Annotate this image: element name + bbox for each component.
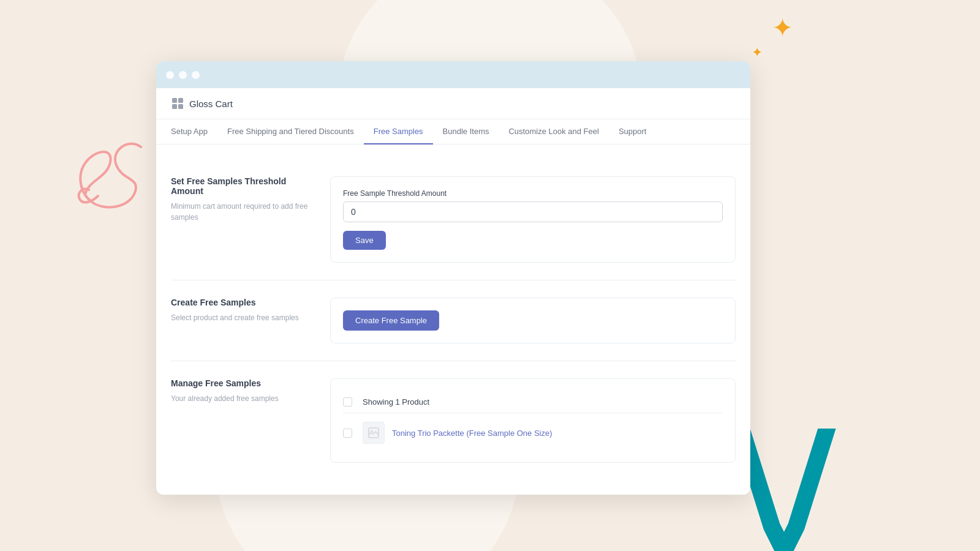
save-button[interactable]: Save [343, 231, 386, 250]
svg-rect-0 [172, 98, 177, 103]
tab-bundles[interactable]: Bundle Items [433, 119, 499, 144]
tab-customize[interactable]: Customize Look and Feel [499, 119, 608, 144]
tab-support[interactable]: Support [609, 119, 657, 144]
threshold-field-label: Free Sample Threshold Amount [343, 189, 723, 198]
titlebar-dot-1 [166, 71, 174, 79]
manage-desc: Your already added free samples [171, 393, 315, 404]
sparkle-large-icon: ✦ [772, 15, 793, 41]
svg-rect-2 [172, 104, 177, 109]
samples-table: Showing 1 Product [343, 391, 723, 450]
titlebar-dot-3 [192, 71, 200, 79]
browser-window: Gloss Cart Setup App Free Shipping and T… [156, 61, 750, 495]
create-samples-section: Create Free Samples Select product and c… [171, 280, 736, 361]
threshold-title: Set Free Samples Threshold Amount [171, 176, 315, 196]
create-free-sample-button[interactable]: Create Free Sample [343, 310, 439, 331]
header-checkbox-area [343, 397, 363, 407]
nav-tabs: Setup App Free Shipping and Tiered Disco… [156, 119, 750, 144]
create-section-left: Create Free Samples Select product and c… [171, 298, 330, 343]
titlebar-dot-2 [179, 71, 187, 79]
threshold-section: Set Free Samples Threshold Amount Minimu… [171, 159, 736, 280]
manage-section-left: Manage Free Samples Your already added f… [171, 378, 330, 463]
product-checkbox[interactable] [343, 429, 352, 438]
create-desc: Select product and create free samples [171, 312, 315, 323]
app-title: Gloss Cart [189, 99, 233, 109]
create-title: Create Free Samples [171, 298, 315, 307]
app-header: Gloss Cart [156, 88, 750, 119]
manage-title: Manage Free Samples [171, 378, 315, 388]
main-content: Set Free Samples Threshold Amount Minimu… [156, 144, 750, 495]
threshold-desc: Minimum cart amount required to add free… [171, 201, 315, 223]
manage-samples-section: Manage Free Samples Your already added f… [171, 361, 736, 480]
threshold-section-right: Free Sample Threshold Amount Save [330, 176, 736, 263]
squiggle-decoration [61, 135, 153, 214]
browser-titlebar [156, 61, 750, 88]
product-name-link[interactable]: Toning Trio Packette (Free Sample One Si… [392, 429, 552, 438]
tab-shipping[interactable]: Free Shipping and Tiered Discounts [217, 119, 364, 144]
manage-section-right: Showing 1 Product [330, 378, 736, 463]
sparkle-small-icon: ✦ [752, 46, 763, 59]
row-checkbox-area [343, 429, 363, 438]
tab-setup[interactable]: Setup App [171, 119, 217, 144]
svg-rect-3 [178, 104, 183, 109]
samples-header-row: Showing 1 Product [343, 391, 723, 413]
threshold-input[interactable] [343, 201, 723, 222]
table-row: Toning Trio Packette (Free Sample One Si… [343, 416, 723, 450]
create-section-right: Create Free Sample [330, 298, 736, 343]
svg-point-5 [371, 430, 373, 432]
svg-rect-1 [178, 98, 183, 103]
product-thumbnail [363, 422, 385, 444]
header-checkbox[interactable] [343, 397, 352, 407]
app-logo-icon [171, 97, 184, 110]
showing-label: Showing 1 Product [363, 397, 429, 407]
threshold-section-left: Set Free Samples Threshold Amount Minimu… [171, 176, 330, 263]
image-placeholder-icon [368, 427, 379, 438]
tab-free-samples[interactable]: Free Samples [364, 119, 433, 144]
